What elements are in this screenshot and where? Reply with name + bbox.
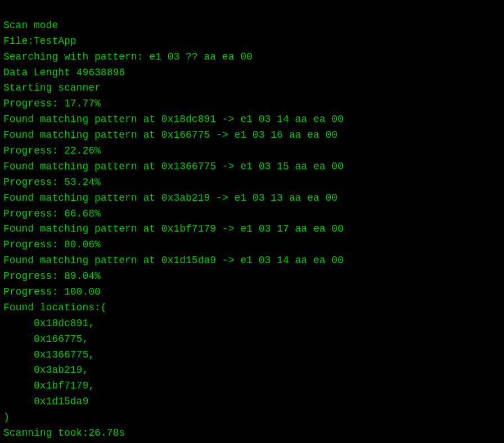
- terminal-line: 0x166775,: [3, 332, 501, 347]
- terminal-line: 0x1366775,: [3, 347, 501, 363]
- terminal-output: Scan modeFile:TestAppSearching with patt…: [3, 2, 501, 441]
- terminal-line: 0x3ab219,: [3, 363, 501, 378]
- terminal-line: Found matching pattern at 0x166775 -> e1…: [3, 128, 501, 143]
- terminal-line: Progress: 89.04%: [3, 269, 501, 284]
- terminal-line: Progress: 66.68%: [3, 206, 501, 222]
- terminal-line: 0x1bf7179,: [3, 378, 501, 394]
- terminal-line: Found matching pattern at 0x18dc891 -> e…: [3, 112, 501, 128]
- terminal-line: Data Lenght 49638896: [3, 65, 501, 81]
- terminal-line: Progress: 22.26%: [3, 143, 501, 159]
- terminal-line: Found matching pattern at 0x1366775 -> e…: [3, 159, 501, 175]
- terminal-line: Starting scanner: [3, 80, 501, 96]
- terminal-line: Found matching pattern at 0x1bf7179 -> e…: [3, 222, 501, 237]
- terminal-line: Searching with pattern: e1 03 ?? aa ea 0…: [3, 49, 501, 65]
- terminal-line: Found locations:(: [3, 300, 501, 316]
- terminal-line: ): [3, 410, 501, 426]
- terminal-line: Scan mode: [3, 18, 501, 34]
- terminal-line: Found matching pattern at 0x1d15da9 -> e…: [3, 253, 501, 269]
- terminal-line: Progress: 80.06%: [3, 237, 501, 253]
- terminal-line: Found matching pattern at 0x3ab219 -> e1…: [3, 191, 501, 206]
- terminal-line: Progress: 53.24%: [3, 175, 501, 191]
- terminal-line: File:TestApp: [3, 34, 501, 49]
- terminal-line: Scanning took:26.78s: [3, 426, 501, 441]
- terminal-line: Progress: 100.00: [3, 284, 501, 300]
- terminal-line: 0x1d15da9: [3, 394, 501, 410]
- terminal-line: Progress: 17.77%: [3, 96, 501, 112]
- terminal-line: 0x18dc891,: [3, 316, 501, 332]
